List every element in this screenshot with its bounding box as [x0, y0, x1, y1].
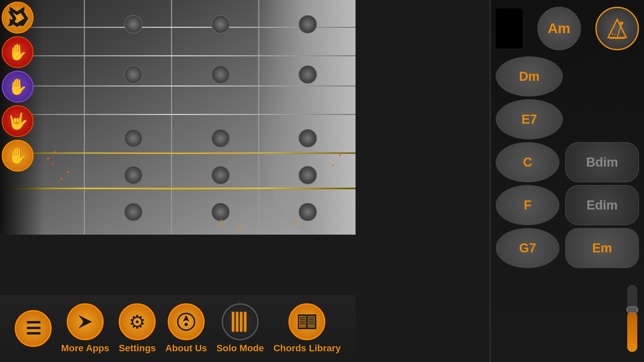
volume-handle[interactable]	[626, 306, 638, 313]
black-strip	[496, 8, 523, 49]
fret-dot	[299, 15, 317, 34]
fret-line-2	[171, 0, 258, 235]
metronome-button[interactable]	[595, 7, 639, 50]
c-bdim-chord-row: C Bdim	[494, 142, 641, 182]
svg-rect-4	[232, 312, 234, 332]
fret-dot	[211, 129, 230, 147]
fret-dot	[299, 65, 317, 84]
fret-dot	[211, 166, 230, 184]
fret-dot	[124, 203, 143, 221]
fret-dot	[299, 203, 317, 221]
g7-chord-button[interactable]: G7	[496, 228, 559, 268]
strum-mode-3-button[interactable]: 🤟	[2, 105, 34, 137]
settings-icon[interactable]: ⚙	[119, 303, 156, 340]
spark-particle	[67, 171, 69, 173]
fretboard[interactable]: ♪ ♫ ♪	[0, 0, 356, 235]
more-apps-icon[interactable]	[67, 303, 104, 340]
bdim-chord-button[interactable]: Bdim	[565, 142, 639, 182]
volume-fill	[627, 312, 637, 352]
strum-mode-2-button[interactable]: ✋	[2, 71, 34, 103]
about-us-icon[interactable]	[168, 303, 205, 340]
chords-library-icon[interactable]	[288, 303, 325, 340]
menu-nav-item[interactable]: ☰	[15, 310, 52, 347]
svg-point-3	[184, 323, 188, 326]
music-note-3: ♪	[292, 216, 297, 228]
fret-dot	[124, 166, 143, 184]
string-3	[0, 85, 356, 86]
volume-slider-track[interactable]	[627, 285, 637, 352]
hand-4-icon: ✋	[8, 146, 28, 165]
svg-rect-24	[620, 22, 623, 24]
fret-dot	[211, 65, 230, 84]
hand-3-icon: 🤟	[8, 112, 28, 131]
dm-chord-button[interactable]: Dm	[496, 56, 563, 97]
more-apps-label: More Apps	[61, 343, 109, 354]
am-chord-button[interactable]: Am	[537, 7, 581, 50]
settings-label: Settings	[119, 343, 156, 354]
checkmark-button[interactable]: ❯❯ ❯❯	[2, 2, 34, 34]
dm-chord-row: Dm	[494, 56, 641, 97]
em-chord-button[interactable]: Em	[565, 228, 639, 268]
double-chevron-icon: ❯❯	[9, 5, 26, 28]
more-apps-nav-item[interactable]: More Apps	[61, 303, 109, 354]
svg-marker-2	[183, 315, 190, 322]
more-apps-svg-icon	[75, 312, 95, 332]
music-note-1: ♪	[218, 215, 224, 229]
spark-particle	[60, 178, 62, 180]
fret-line-1	[84, 0, 171, 235]
svg-rect-25	[609, 37, 625, 39]
chord-panel: Am Dm E7	[490, 0, 644, 362]
fret-dot	[124, 15, 143, 34]
svg-rect-7	[244, 312, 247, 332]
left-controls: ❯❯ ❯❯ ✋ ✋ 🤟 ✋	[0, 0, 37, 235]
chord-top-row: Am	[494, 3, 641, 54]
edim-chord-button[interactable]: Edim	[565, 185, 639, 225]
solo-mode-nav-item[interactable]: Solo Mode	[216, 303, 264, 354]
chords-library-nav-item[interactable]: Chords Library	[273, 303, 341, 354]
g7-em-chord-row: G7 Em	[494, 228, 641, 268]
solo-mode-svg-icon	[230, 310, 250, 334]
hand-2-icon: ✋	[8, 77, 28, 96]
fret-dot	[211, 15, 230, 34]
music-note-2: ♫	[235, 221, 243, 233]
e7-chord-button[interactable]: E7	[496, 99, 563, 139]
spark-particle	[47, 158, 49, 160]
hand-1-icon: ✋	[8, 43, 28, 62]
spark-particle	[332, 164, 334, 166]
f-edim-chord-row: F Edim	[494, 185, 641, 225]
metronome-svg-icon	[605, 17, 629, 40]
strum-mode-1-button[interactable]: ✋	[2, 36, 34, 68]
solo-mode-label: Solo Mode	[216, 343, 264, 354]
settings-nav-item[interactable]: ⚙ Settings	[119, 303, 156, 354]
chords-library-label: Chords Library	[273, 343, 341, 354]
svg-marker-22	[608, 19, 626, 38]
fret-dot	[299, 166, 317, 184]
fret-line-3	[258, 0, 345, 235]
f-chord-button[interactable]: F	[496, 185, 559, 225]
about-us-nav-item[interactable]: About Us	[165, 303, 207, 354]
bottom-navigation: ☰ More Apps ⚙ Settings About Us	[0, 295, 356, 362]
fret-dot	[124, 129, 143, 147]
string-4	[0, 114, 356, 115]
svg-rect-6	[240, 312, 243, 332]
about-us-svg-icon	[176, 312, 196, 332]
spark-particle	[339, 154, 341, 156]
e7-chord-row: E7	[494, 99, 641, 139]
about-us-label: About Us	[165, 343, 207, 354]
svg-rect-5	[236, 312, 238, 332]
string-2	[0, 55, 356, 56]
thick-string-2	[0, 188, 356, 189]
svg-point-0	[83, 319, 88, 324]
thick-string	[0, 153, 356, 153]
fret-dot	[299, 129, 317, 147]
svg-line-23	[617, 23, 622, 38]
chords-library-svg-icon	[296, 312, 318, 332]
strum-mode-4-button[interactable]: ✋	[2, 140, 34, 172]
solo-mode-icon[interactable]	[222, 303, 259, 340]
c-chord-button[interactable]: C	[496, 142, 559, 182]
fret-dot	[124, 65, 143, 84]
spark-particle	[52, 163, 54, 165]
volume-control	[627, 285, 637, 352]
menu-icon[interactable]: ☰	[15, 310, 52, 347]
